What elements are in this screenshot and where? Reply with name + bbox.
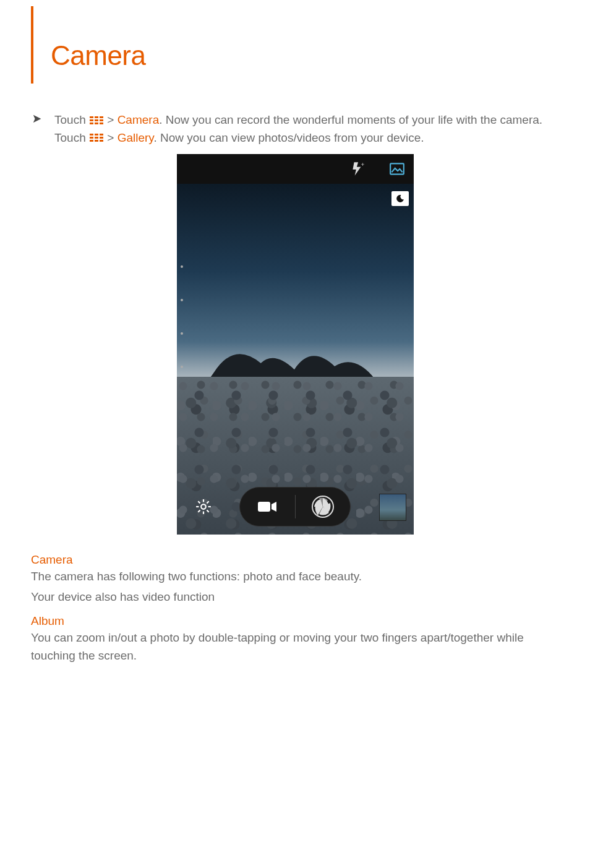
album-section-body: You can zoom in/out a photo by double-ta…: [31, 629, 559, 664]
last-photo-thumbnail[interactable]: [379, 494, 406, 521]
svg-text:+: +: [361, 161, 364, 168]
album-section-heading: Album: [31, 614, 559, 628]
shutter-button[interactable]: [296, 488, 351, 526]
camera-section-heading: Camera: [31, 553, 559, 567]
svg-rect-3: [100, 116, 103, 118]
svg-rect-11: [95, 134, 98, 135]
svg-rect-1: [90, 116, 93, 118]
step2-suffix: . Now you can view photos/videos from yo…: [153, 131, 424, 144]
bullet-arrow-icon: [31, 111, 45, 126]
step1-suffix: . Now you can record the wonderful momen…: [159, 113, 542, 126]
step2-prefix: Touch: [54, 131, 89, 144]
svg-marker-0: [33, 115, 41, 123]
svg-rect-7: [90, 122, 93, 124]
flash-auto-icon[interactable]: +: [349, 161, 366, 177]
svg-rect-4: [90, 119, 93, 121]
svg-rect-14: [95, 137, 98, 139]
instruction-step-1: Touch > Camera. Now you can record the w…: [31, 111, 559, 147]
camera-link[interactable]: Camera: [118, 113, 160, 126]
camera-topbar: +: [177, 154, 414, 184]
page-title: Camera: [51, 40, 559, 71]
step2-sep: >: [104, 131, 118, 144]
gallery-link[interactable]: Gallery: [118, 131, 154, 144]
zoom-indicator: [181, 265, 183, 368]
capture-pill: [239, 487, 351, 526]
svg-line-26: [198, 501, 200, 503]
svg-marker-31: [271, 502, 276, 512]
svg-line-28: [198, 510, 200, 512]
step1-prefix: Touch: [54, 113, 89, 126]
apps-grid-icon: [89, 133, 104, 143]
gallery-icon[interactable]: [389, 161, 405, 177]
svg-rect-6: [100, 119, 103, 121]
svg-rect-30: [258, 502, 270, 512]
svg-rect-17: [95, 140, 98, 142]
camera-app-screenshot: +: [177, 154, 414, 535]
camera-section-line2: Your device also has video function: [31, 588, 559, 606]
settings-button[interactable]: [194, 497, 213, 516]
svg-line-29: [207, 501, 208, 503]
svg-rect-10: [90, 134, 93, 135]
svg-rect-16: [90, 140, 93, 142]
camera-viewfinder: [177, 184, 414, 535]
svg-rect-18: [100, 140, 103, 142]
svg-line-27: [207, 510, 208, 512]
svg-rect-5: [95, 119, 98, 121]
svg-rect-8: [95, 122, 98, 124]
camera-section-line1: The camera has following two functions: …: [31, 568, 559, 586]
apps-grid-icon: [89, 116, 104, 126]
video-record-button[interactable]: [240, 488, 295, 526]
svg-rect-2: [95, 116, 98, 118]
night-mode-icon[interactable]: [391, 191, 409, 206]
svg-rect-13: [90, 137, 93, 139]
svg-rect-9: [100, 122, 103, 124]
svg-rect-20: [390, 163, 404, 174]
step1-sep: >: [104, 113, 118, 126]
svg-point-21: [201, 504, 206, 509]
svg-rect-15: [100, 137, 103, 139]
svg-rect-12: [100, 134, 103, 135]
